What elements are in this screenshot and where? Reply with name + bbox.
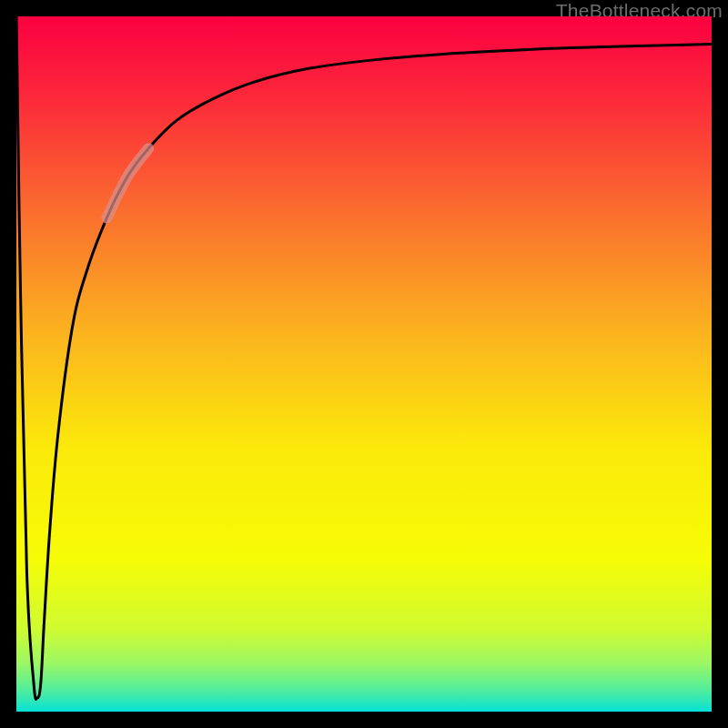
plot-svg <box>16 16 712 712</box>
gradient-background <box>16 16 712 712</box>
plot-area <box>16 16 712 712</box>
chart-frame: TheBottleneck.com <box>0 0 728 728</box>
